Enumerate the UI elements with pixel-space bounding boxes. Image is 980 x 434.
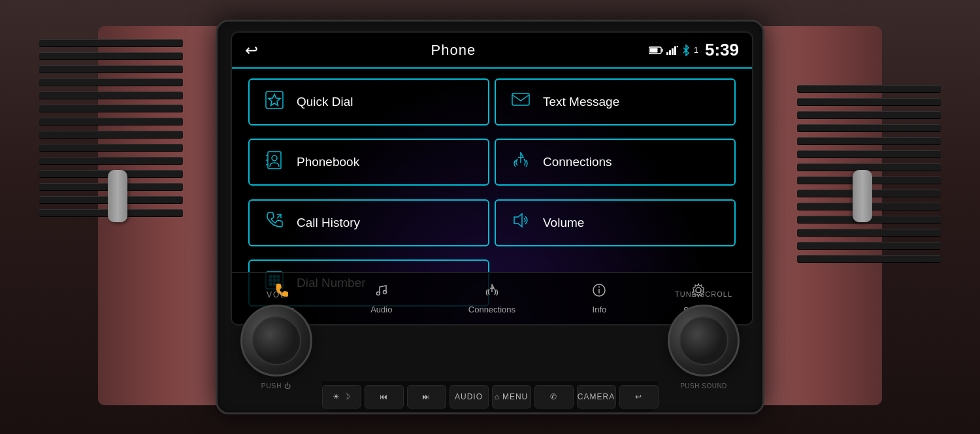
left-vent-handle[interactable] bbox=[108, 170, 127, 222]
infotainment-unit: ↩ Phone bbox=[216, 20, 764, 414]
text-message-icon bbox=[509, 90, 532, 115]
status-bar: ↩ Phone bbox=[232, 33, 752, 69]
svg-rect-5 bbox=[672, 48, 674, 55]
bluetooth-indicator: 1 bbox=[694, 45, 698, 55]
svg-point-30 bbox=[376, 292, 380, 295]
vol-knob-outer bbox=[240, 305, 312, 376]
quick-dial-button[interactable]: Quick Dial bbox=[248, 78, 489, 125]
quick-dial-icon bbox=[263, 90, 286, 115]
battery-icon bbox=[649, 46, 663, 55]
svg-marker-19 bbox=[514, 214, 522, 227]
phone-hard-icon: ✆ bbox=[550, 392, 557, 401]
screen-title: Phone bbox=[258, 42, 649, 59]
time-display: 5:39 bbox=[705, 40, 739, 60]
nav-connections[interactable]: Connections bbox=[459, 279, 525, 318]
menu-label: MENU bbox=[502, 392, 528, 401]
hard-buttons-row: ☀ ☽ ⏮ ⏭ AUDIO ⌂ MENU ✆ CAMERA bbox=[322, 380, 658, 412]
brightness-icon: ☀ bbox=[333, 392, 340, 401]
nav-connections-label: Connections bbox=[468, 305, 515, 314]
text-message-label: Text Message bbox=[543, 95, 619, 109]
svg-point-16 bbox=[272, 156, 277, 161]
phone-hard-button[interactable]: ✆ bbox=[534, 385, 574, 409]
text-message-button[interactable]: Text Message bbox=[495, 78, 736, 125]
nav-info-icon bbox=[591, 282, 607, 302]
volume-button[interactable]: Volume bbox=[495, 199, 736, 246]
back-button[interactable]: ↩ bbox=[245, 41, 258, 59]
nav-audio-label: Audio bbox=[370, 305, 392, 314]
nav-info-label: Info bbox=[593, 305, 607, 314]
screen-content: ↩ Phone bbox=[232, 33, 752, 324]
brightness-button[interactable]: ☀ ☽ bbox=[322, 385, 361, 409]
signal-icon bbox=[666, 46, 678, 55]
svg-point-35 bbox=[598, 286, 600, 288]
camera-button[interactable]: CAMERA bbox=[577, 385, 616, 409]
tune-label: TUNE SCROLL bbox=[668, 290, 740, 298]
connections-label: Connections bbox=[543, 155, 612, 169]
status-icons: 1 bbox=[649, 44, 698, 56]
svg-rect-2 bbox=[649, 48, 657, 52]
push-sound-label: PUSH SOUND bbox=[668, 382, 740, 390]
tune-knob[interactable]: TUNE SCROLL PUSH SOUND bbox=[668, 305, 740, 376]
prev-track-button[interactable]: ⏮ bbox=[365, 385, 404, 409]
svg-rect-4 bbox=[669, 50, 671, 55]
audio-hard-label: AUDIO bbox=[455, 392, 483, 401]
svg-rect-1 bbox=[661, 48, 662, 52]
svg-point-31 bbox=[383, 291, 386, 294]
dashboard: ↩ Phone bbox=[0, 0, 980, 434]
nav-audio-icon bbox=[374, 282, 389, 302]
svg-rect-3 bbox=[666, 52, 668, 55]
menu-button[interactable]: ⌂ MENU bbox=[492, 385, 531, 409]
svg-rect-6 bbox=[674, 46, 676, 55]
quick-dial-label: Quick Dial bbox=[297, 95, 353, 109]
svg-line-18 bbox=[277, 214, 281, 218]
vol-knob[interactable]: VOL PUSH ⏻ bbox=[240, 305, 312, 376]
connections-button[interactable]: Connections bbox=[495, 139, 736, 186]
svg-marker-10 bbox=[269, 94, 280, 106]
volume-label: Volume bbox=[543, 216, 584, 230]
audio-hard-button[interactable]: AUDIO bbox=[449, 385, 489, 409]
back-hard-button[interactable]: ↩ bbox=[619, 385, 659, 409]
vol-label: VOL bbox=[240, 290, 312, 299]
call-history-label: Call History bbox=[297, 216, 360, 230]
next-icon: ⏭ bbox=[422, 392, 431, 401]
call-history-icon bbox=[263, 210, 286, 235]
bluetooth-icon bbox=[681, 44, 691, 56]
phonebook-button[interactable]: Phonebook bbox=[248, 139, 489, 186]
moon-icon: ☽ bbox=[343, 392, 351, 401]
back-hard-icon: ↩ bbox=[635, 392, 642, 401]
nav-connections-icon bbox=[484, 282, 500, 302]
phonebook-label: Phonebook bbox=[297, 155, 359, 169]
tune-knob-inner bbox=[679, 316, 728, 365]
volume-icon bbox=[509, 210, 532, 235]
nav-audio[interactable]: Audio bbox=[361, 279, 402, 318]
tune-knob-outer bbox=[668, 305, 740, 376]
camera-label: CAMERA bbox=[578, 392, 615, 401]
menu-home-icon: ⌂ bbox=[495, 392, 500, 401]
svg-rect-11 bbox=[512, 93, 529, 105]
push-power-label: PUSH ⏻ bbox=[240, 382, 312, 390]
nav-info[interactable]: Info bbox=[581, 279, 617, 318]
right-vent-handle[interactable] bbox=[853, 170, 872, 222]
call-history-button[interactable]: Call History bbox=[248, 199, 489, 246]
prev-icon: ⏮ bbox=[380, 392, 388, 401]
vol-knob-inner bbox=[252, 316, 301, 365]
phonebook-icon bbox=[263, 150, 286, 175]
main-screen: ↩ Phone bbox=[231, 31, 753, 326]
next-track-button[interactable]: ⏭ bbox=[407, 385, 446, 409]
connections-icon bbox=[509, 150, 532, 175]
